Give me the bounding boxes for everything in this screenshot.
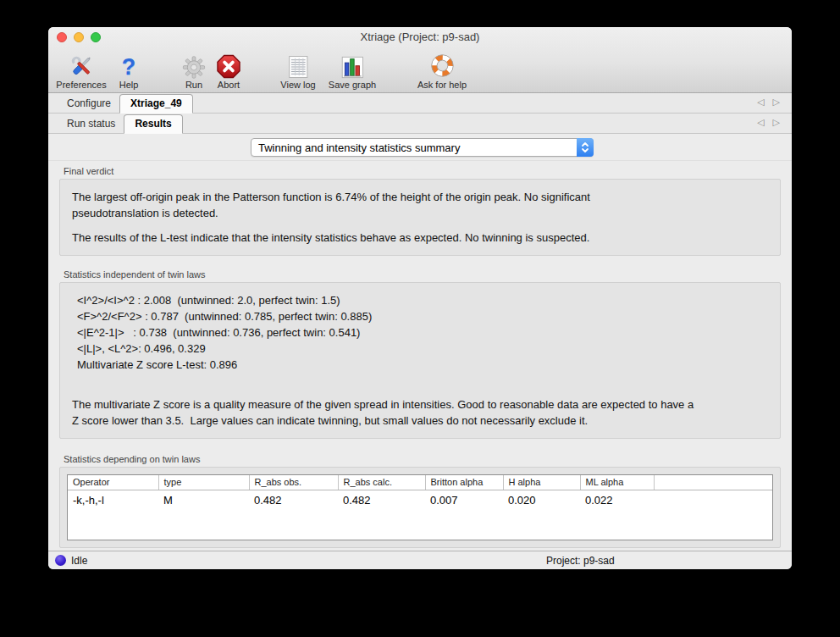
col-rabs-obs[interactable]: R_abs obs. [249, 475, 338, 490]
tab-scroll-left-icon[interactable]: ◁ [757, 97, 764, 108]
stop-x-icon [217, 49, 241, 79]
section-title-final-verdict: Final verdict [64, 166, 781, 176]
col-operator[interactable]: Operator [68, 475, 158, 490]
stat-line: <F>^2/<F^2> : 0.787 (untwinned: 0.785, p… [77, 308, 768, 324]
help-button[interactable]: ? Help [119, 49, 139, 90]
summary-selector-row: Twinning and intensity statistics summar… [48, 134, 792, 161]
col-rabs-calc[interactable]: R_abs calc. [338, 475, 425, 490]
stat-line: <|L|>, <L^2>: 0.496, 0.329 [77, 341, 768, 357]
independent-stats-panel: <I^2>/<I>^2 : 2.008 (untwinned: 2.0, per… [59, 282, 781, 439]
abort-button[interactable]: Abort [217, 49, 241, 90]
sub-tab-bar: Run status Results ◁ ▷ [48, 114, 792, 134]
cell-spacer [654, 490, 772, 508]
main-tab-bar: Configure Xtriage_49 ◁ ▷ [48, 93, 792, 114]
toolbar-item-label: Help [119, 80, 139, 90]
toolbar-item-label: View log [280, 80, 315, 90]
z-score-note: The multivariate Z score is a quality me… [72, 396, 703, 429]
status-indicator: Idle [55, 555, 87, 567]
status-bar: Idle Project: p9-sad [48, 551, 792, 569]
run-button[interactable]: Run [183, 49, 206, 90]
tab-scroll-arrows: ◁ ▷ [757, 97, 780, 108]
cell-britton-alpha: 0.007 [425, 490, 503, 508]
summary-dropdown[interactable]: Twinning and intensity statistics summar… [251, 138, 594, 157]
stats-block: <I^2>/<I>^2 : 2.008 (untwinned: 2.0, per… [77, 292, 768, 373]
status-sphere-icon [55, 555, 66, 566]
bar-chart-icon [340, 49, 363, 79]
tab-scroll-right-icon[interactable]: ▷ [773, 97, 780, 108]
tab-scroll-left-icon[interactable]: ◁ [757, 117, 764, 129]
toolbar-item-label: Save graph [329, 80, 376, 90]
project-label: Project: p9-sad [546, 555, 615, 567]
col-type[interactable]: type [158, 475, 249, 490]
tab-run-status[interactable]: Run status [58, 115, 124, 133]
toolbar-item-label: Abort [218, 80, 240, 90]
toolbar-item-label: Ask for help [417, 80, 467, 90]
toolbar-item-label: Preferences [56, 80, 106, 90]
window-header: Xtriage (Project: p9-sad) [48, 27, 792, 93]
col-ml-alpha[interactable]: ML alpha [580, 475, 654, 490]
tab-xtriage-49[interactable]: Xtriage_49 [119, 94, 193, 114]
table-row[interactable]: -k,-h,-l M 0.482 0.482 0.007 0.020 0.022 [68, 490, 772, 508]
final-verdict-panel: The largest off-origin peak in the Patte… [59, 179, 781, 256]
section-title-depending: Statistics depending on twin laws [64, 454, 781, 464]
cell-ml-alpha: 0.022 [580, 490, 654, 508]
col-h-alpha[interactable]: H alpha [503, 475, 580, 490]
toolbar: Preferences ? Help [48, 47, 792, 92]
cell-type: M [158, 490, 249, 508]
question-mark-icon: ? [122, 49, 136, 79]
log-sheet-icon [288, 49, 308, 79]
preferences-button[interactable]: Preferences [56, 49, 106, 90]
stat-line: <I^2>/<I>^2 : 2.008 (untwinned: 2.0, per… [77, 292, 768, 308]
dropdown-stepper-icon [577, 138, 594, 157]
window-titlebar[interactable]: Xtriage (Project: p9-sad) [48, 27, 792, 47]
cell-operator: -k,-h,-l [68, 490, 158, 508]
window-title: Xtriage (Project: p9-sad) [48, 30, 792, 43]
twin-laws-panel: Operator type R_abs obs. R_abs calc. Bri… [59, 467, 781, 548]
desktop-background: Xtriage (Project: p9-sad) [0, 0, 840, 637]
ask-for-help-button[interactable]: Ask for help [417, 49, 467, 90]
cell-rabs-calc: 0.482 [338, 490, 425, 508]
toolbar-item-label: Run [185, 80, 202, 90]
status-label: Idle [71, 555, 87, 567]
xtriage-window: Xtriage (Project: p9-sad) [48, 27, 792, 569]
tools-icon [69, 49, 94, 79]
verdict-paragraph: The results of the L-test indicate that … [72, 230, 768, 246]
tab-configure[interactable]: Configure [58, 95, 119, 113]
gear-icon [183, 49, 206, 79]
view-log-button[interactable]: View log [280, 49, 315, 90]
stat-line: Multivariate Z score L-test: 0.896 [77, 357, 768, 373]
cell-rabs-obs: 0.482 [249, 490, 338, 508]
col-spacer [654, 475, 772, 490]
section-title-independent: Statistics independent of twin laws [64, 269, 781, 280]
tab-results[interactable]: Results [124, 114, 182, 134]
save-graph-button[interactable]: Save graph [329, 49, 376, 90]
summary-dropdown-value: Twinning and intensity statistics summar… [251, 141, 577, 154]
lifebuoy-icon [429, 49, 456, 79]
table-header-row: Operator type R_abs obs. R_abs calc. Bri… [68, 475, 772, 490]
stat-line: <|E^2-1|> : 0.738 (untwinned: 0.736, per… [77, 324, 768, 341]
verdict-paragraph: The largest off-origin peak in the Patte… [72, 189, 673, 221]
results-content: Final verdict The largest off-origin pea… [48, 161, 792, 551]
col-britton-alpha[interactable]: Britton alpha [425, 475, 503, 490]
tab-scroll-right-icon[interactable]: ▷ [773, 117, 780, 129]
twin-laws-table: Operator type R_abs obs. R_abs calc. Bri… [67, 474, 773, 540]
tab-scroll-arrows: ◁ ▷ [757, 117, 780, 129]
cell-h-alpha: 0.020 [503, 490, 580, 508]
